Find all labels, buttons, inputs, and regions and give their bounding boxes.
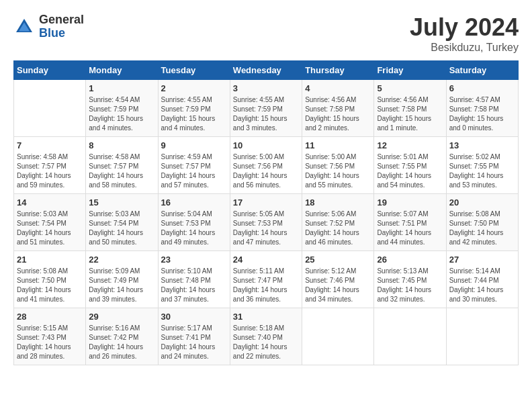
day-info: Sunrise: 4:59 AM Sunset: 7:57 PM Dayligh… (161, 152, 227, 190)
sunset-text: Sunset: 7:41 PM (161, 333, 227, 342)
day-number: 11 (305, 140, 371, 150)
daylight-text: Daylight: 14 hours and 55 minutes. (305, 171, 371, 190)
day-number: 27 (449, 255, 515, 265)
daylight-text: Daylight: 14 hours and 50 minutes. (89, 228, 154, 247)
day-info: Sunrise: 5:04 AM Sunset: 7:53 PM Dayligh… (161, 210, 227, 247)
sunrise-text: Sunrise: 5:06 AM (305, 210, 371, 219)
daylight-text: Daylight: 14 hours and 36 minutes. (233, 285, 299, 304)
daylight-text: Daylight: 15 hours and 4 minutes. (89, 114, 154, 133)
daylight-text: Daylight: 14 hours and 59 minutes. (17, 171, 83, 190)
day-info: Sunrise: 4:56 AM Sunset: 7:58 PM Dayligh… (377, 95, 443, 133)
day-info: Sunrise: 5:08 AM Sunset: 7:50 PM Dayligh… (449, 210, 515, 247)
week-row-3: 14 Sunrise: 5:03 AM Sunset: 7:54 PM Dayl… (14, 194, 519, 251)
sunset-text: Sunset: 7:57 PM (161, 162, 227, 171)
day-number: 6 (449, 83, 515, 93)
daylight-text: Daylight: 14 hours and 58 minutes. (89, 171, 154, 190)
sunset-text: Sunset: 7:55 PM (377, 162, 443, 171)
sunset-text: Sunset: 7:59 PM (233, 105, 299, 114)
sunset-text: Sunset: 7:59 PM (89, 105, 154, 114)
sunset-text: Sunset: 7:46 PM (305, 276, 371, 285)
week-row-5: 28 Sunrise: 5:15 AM Sunset: 7:43 PM Dayl… (14, 308, 519, 365)
daylight-text: Daylight: 14 hours and 34 minutes. (305, 285, 371, 304)
daylight-text: Daylight: 14 hours and 47 minutes. (233, 228, 299, 247)
day-info: Sunrise: 5:07 AM Sunset: 7:51 PM Dayligh… (377, 210, 443, 247)
calendar-cell (302, 308, 374, 365)
calendar-cell (446, 308, 518, 365)
sunset-text: Sunset: 7:57 PM (17, 162, 83, 171)
day-info: Sunrise: 5:02 AM Sunset: 7:55 PM Dayligh… (449, 152, 515, 190)
sunrise-text: Sunrise: 5:00 AM (233, 152, 299, 162)
sunrise-text: Sunrise: 5:13 AM (377, 267, 443, 276)
calendar-cell: 17 Sunrise: 5:05 AM Sunset: 7:53 PM Dayl… (230, 194, 302, 251)
title-block: July 2024 Besikduzu, Turkey (410, 13, 519, 54)
calendar-cell: 22 Sunrise: 5:09 AM Sunset: 7:49 PM Dayl… (86, 251, 158, 308)
day-number: 15 (89, 197, 154, 208)
logo-blue-text: Blue (39, 27, 84, 40)
calendar-cell: 30 Sunrise: 5:17 AM Sunset: 7:41 PM Dayl… (158, 308, 230, 365)
sunset-text: Sunset: 7:50 PM (17, 276, 83, 285)
calendar-cell: 21 Sunrise: 5:08 AM Sunset: 7:50 PM Dayl… (14, 251, 86, 308)
calendar-cell: 31 Sunrise: 5:18 AM Sunset: 7:40 PM Dayl… (230, 308, 302, 365)
day-number: 18 (305, 197, 371, 208)
sunrise-text: Sunrise: 5:16 AM (89, 324, 154, 333)
daylight-text: Daylight: 14 hours and 30 minutes. (449, 285, 515, 304)
sunset-text: Sunset: 7:58 PM (449, 105, 515, 114)
sunrise-text: Sunrise: 5:03 AM (89, 210, 154, 219)
sunset-text: Sunset: 7:56 PM (233, 162, 299, 171)
week-row-4: 21 Sunrise: 5:08 AM Sunset: 7:50 PM Dayl… (14, 251, 519, 308)
sunrise-text: Sunrise: 5:08 AM (17, 267, 83, 276)
sunrise-text: Sunrise: 5:00 AM (305, 152, 371, 162)
sunrise-text: Sunrise: 4:55 AM (233, 95, 299, 105)
sunset-text: Sunset: 7:51 PM (377, 219, 443, 228)
day-number: 26 (377, 255, 443, 265)
sunrise-text: Sunrise: 4:58 AM (17, 152, 83, 162)
calendar-cell: 24 Sunrise: 5:11 AM Sunset: 7:47 PM Dayl… (230, 251, 302, 308)
day-info: Sunrise: 5:01 AM Sunset: 7:55 PM Dayligh… (377, 152, 443, 190)
day-info: Sunrise: 5:16 AM Sunset: 7:42 PM Dayligh… (89, 324, 154, 361)
sunrise-text: Sunrise: 5:09 AM (89, 267, 154, 276)
day-number: 20 (449, 197, 515, 208)
calendar-cell: 19 Sunrise: 5:07 AM Sunset: 7:51 PM Dayl… (374, 194, 446, 251)
calendar-cell: 27 Sunrise: 5:14 AM Sunset: 7:44 PM Dayl… (446, 251, 518, 308)
daylight-text: Daylight: 15 hours and 1 minute. (377, 114, 443, 133)
day-number: 24 (233, 255, 299, 265)
sunrise-text: Sunrise: 4:54 AM (89, 95, 154, 105)
day-info: Sunrise: 5:17 AM Sunset: 7:41 PM Dayligh… (161, 324, 227, 361)
daylight-text: Daylight: 14 hours and 42 minutes. (449, 228, 515, 247)
day-number: 30 (161, 312, 227, 322)
day-number: 21 (17, 255, 83, 265)
calendar-cell: 1 Sunrise: 4:54 AM Sunset: 7:59 PM Dayli… (86, 80, 158, 137)
calendar-cell: 13 Sunrise: 5:02 AM Sunset: 7:55 PM Dayl… (446, 137, 518, 194)
day-number: 8 (89, 140, 154, 150)
weekday-header-tuesday: Tuesday (158, 61, 230, 80)
logo: General Blue (13, 13, 84, 40)
calendar-cell: 3 Sunrise: 4:55 AM Sunset: 7:59 PM Dayli… (230, 80, 302, 137)
day-info: Sunrise: 5:03 AM Sunset: 7:54 PM Dayligh… (17, 210, 83, 247)
sunset-text: Sunset: 7:48 PM (161, 276, 227, 285)
day-info: Sunrise: 5:08 AM Sunset: 7:50 PM Dayligh… (17, 267, 83, 304)
sunset-text: Sunset: 7:55 PM (449, 162, 515, 171)
calendar-cell: 26 Sunrise: 5:13 AM Sunset: 7:45 PM Dayl… (374, 251, 446, 308)
day-info: Sunrise: 5:18 AM Sunset: 7:40 PM Dayligh… (233, 324, 299, 361)
sunset-text: Sunset: 7:56 PM (305, 162, 371, 171)
weekday-header-wednesday: Wednesday (230, 61, 302, 80)
daylight-text: Daylight: 14 hours and 51 minutes. (17, 228, 83, 247)
day-info: Sunrise: 4:55 AM Sunset: 7:59 PM Dayligh… (233, 95, 299, 133)
calendar-cell: 25 Sunrise: 5:12 AM Sunset: 7:46 PM Dayl… (302, 251, 374, 308)
daylight-text: Daylight: 14 hours and 32 minutes. (377, 285, 443, 304)
day-info: Sunrise: 5:14 AM Sunset: 7:44 PM Dayligh… (449, 267, 515, 304)
daylight-text: Daylight: 14 hours and 28 minutes. (17, 342, 83, 361)
sunrise-text: Sunrise: 5:10 AM (161, 267, 227, 276)
daylight-text: Daylight: 14 hours and 54 minutes. (377, 171, 443, 190)
day-info: Sunrise: 4:56 AM Sunset: 7:58 PM Dayligh… (305, 95, 371, 133)
logo-general-text: General (39, 13, 84, 27)
daylight-text: Daylight: 15 hours and 0 minutes. (449, 114, 515, 133)
calendar-cell: 9 Sunrise: 4:59 AM Sunset: 7:57 PM Dayli… (158, 137, 230, 194)
sunset-text: Sunset: 7:43 PM (17, 333, 83, 342)
daylight-text: Daylight: 14 hours and 39 minutes. (89, 285, 154, 304)
calendar-cell: 11 Sunrise: 5:00 AM Sunset: 7:56 PM Dayl… (302, 137, 374, 194)
calendar-cell (14, 80, 86, 137)
sunset-text: Sunset: 7:49 PM (89, 276, 154, 285)
day-info: Sunrise: 4:58 AM Sunset: 7:57 PM Dayligh… (17, 152, 83, 190)
calendar-cell: 8 Sunrise: 4:58 AM Sunset: 7:57 PM Dayli… (86, 137, 158, 194)
